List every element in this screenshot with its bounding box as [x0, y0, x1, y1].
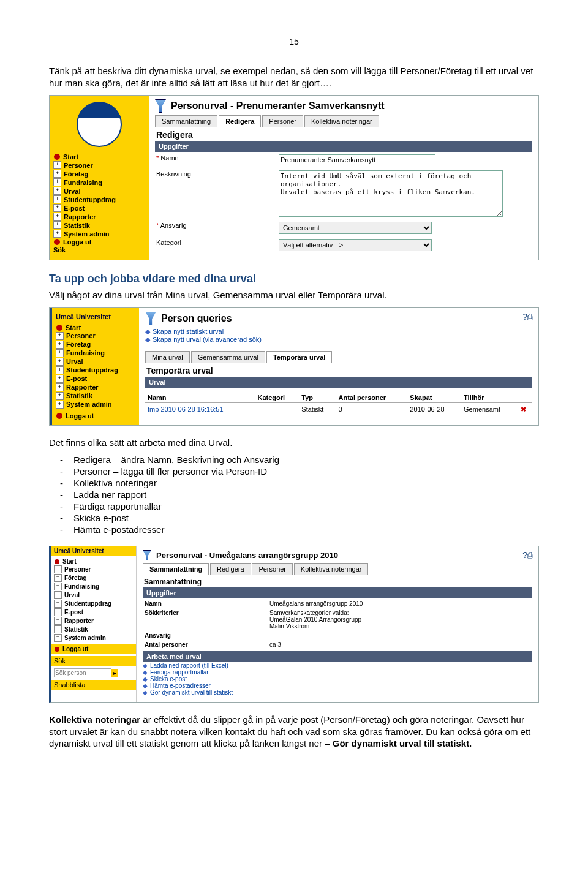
- university-crest-icon: [77, 102, 122, 147]
- work-options-list: Redigera – ändra Namn, Beskrivning och A…: [49, 455, 539, 535]
- label-ansvarig: Ansvarig: [156, 222, 279, 234]
- search-go-icon[interactable]: ▸: [111, 669, 118, 677]
- nav-foretag[interactable]: +Företag: [54, 574, 134, 582]
- page-number: 15: [49, 37, 539, 47]
- section-title: Sammanfattning: [143, 575, 532, 586]
- nav-statistik[interactable]: +Statistik: [56, 392, 135, 400]
- panel-title: Person queries: [161, 313, 232, 324]
- screenshot-sammanfattning: Umeå Universitet Start +Personer +Företa…: [49, 546, 539, 703]
- tab-mina-urval[interactable]: Mina urval: [145, 351, 190, 363]
- col-tillhor: Tillhör: [461, 390, 518, 403]
- input-namn[interactable]: [279, 154, 435, 165]
- nav-fundraising[interactable]: +Fundraising: [53, 178, 145, 186]
- brand-label: Umeå Universitet: [56, 313, 135, 320]
- nav-start[interactable]: Start: [53, 153, 145, 160]
- mid-text: Det finns olika sätt att arbeta med dina…: [49, 437, 539, 449]
- nav-start[interactable]: Start: [56, 324, 135, 331]
- panel-title: Personurval - Prenumeranter Samverkansny…: [171, 100, 385, 111]
- table-row[interactable]: tmp 2010-06-28 16:16:51 Statiskt 0 2010-…: [145, 402, 532, 416]
- label-kategori: Kategori: [156, 239, 279, 251]
- nav-epost[interactable]: +E-post: [53, 204, 145, 212]
- info-header-bar: Uppgifter: [143, 587, 532, 598]
- list-header-bar: Urval: [145, 377, 532, 388]
- nav-logga-ut[interactable]: Logga ut: [51, 644, 136, 654]
- nav-start[interactable]: Start: [54, 558, 134, 565]
- tab-kollektiva[interactable]: Kollektiva noteringar: [294, 563, 369, 575]
- nav-system-admin[interactable]: +System admin: [54, 634, 134, 642]
- nav-logga-ut[interactable]: Logga ut: [53, 238, 145, 246]
- section-title: Redigera: [155, 127, 532, 140]
- label-beskrivning: Beskrivning: [156, 170, 279, 217]
- funnel-icon: [155, 99, 166, 113]
- tab-kollektiva[interactable]: Kollektiva noteringar: [304, 115, 379, 127]
- label-namn: Namn: [156, 154, 279, 165]
- nav-studentuppdrag[interactable]: +Studentuppdrag: [53, 195, 145, 203]
- tab-personer[interactable]: Personer: [262, 115, 303, 127]
- brand-label: Umeå Universitet: [51, 546, 136, 556]
- link-new-advanced[interactable]: Skapa nytt urval (via avancerad sök): [153, 336, 262, 343]
- help-print-icons[interactable]: ?⎙: [522, 550, 532, 560]
- intro-text: Tänk på att beskriva ditt dynamiska urva…: [49, 65, 539, 89]
- heading2-text: Välj något av dina urval från Mina urval…: [49, 289, 539, 301]
- nav-epost[interactable]: +E-post: [56, 375, 135, 383]
- nav-foretag[interactable]: +Företag: [56, 341, 135, 349]
- funnel-icon: [143, 550, 151, 560]
- select-kategori[interactable]: Välj ett alternativ -->: [279, 239, 432, 251]
- screenshot-person-queries: Umeå Universitet Start +Personer +Företa…: [49, 307, 539, 426]
- nav-system-admin[interactable]: +System admin: [53, 230, 145, 238]
- nav-statistik[interactable]: +Statistik: [53, 221, 145, 229]
- sok-label: Sök: [51, 656, 136, 666]
- actions-header-bar: Arbeta med urval: [143, 651, 532, 662]
- tab-sammanfattning[interactable]: Sammanfattning: [155, 115, 217, 127]
- sidebar-nav: Start +Personer +Företag +Fundraising +U…: [53, 153, 145, 254]
- nav-logga-ut[interactable]: Logga ut: [56, 412, 135, 420]
- nav-rapporter[interactable]: +Rapporter: [53, 213, 145, 221]
- funnel-icon: [145, 312, 156, 325]
- link-send-email[interactable]: Skicka e-post: [150, 676, 187, 682]
- nav-system-admin[interactable]: +System admin: [56, 401, 135, 409]
- tab-gemensamma[interactable]: Gemensamma urval: [191, 351, 265, 363]
- link-report-templates[interactable]: Färdiga rapportmallar: [150, 669, 209, 676]
- nav-fundraising[interactable]: +Fundraising: [56, 349, 135, 357]
- tab-redigera[interactable]: Redigera: [219, 115, 261, 127]
- delete-icon[interactable]: ✖: [521, 406, 526, 413]
- footer-text: Kollektiva noteringar är effektivt då du…: [49, 714, 539, 750]
- nav-rapporter[interactable]: +Rapporter: [56, 383, 135, 391]
- nav-personer[interactable]: +Personer: [53, 161, 145, 169]
- screenshot-redigera: Start +Personer +Företag +Fundraising +U…: [49, 95, 539, 260]
- help-print-icons[interactable]: ?⎙: [522, 312, 532, 322]
- tab-personer[interactable]: Personer: [252, 563, 293, 575]
- col-skapat: Skapat: [407, 390, 461, 403]
- link-fetch-emails[interactable]: Hämta e-postadresser: [150, 682, 211, 689]
- link-dynamic-to-static[interactable]: Gör dynamiskt urval till statiskt: [150, 689, 233, 696]
- tab-sammanfattning[interactable]: Sammanfattning: [143, 563, 209, 575]
- select-ansvarig[interactable]: Gemensamt: [279, 222, 432, 234]
- col-kategori: Kategori: [255, 390, 300, 403]
- tab-temporara[interactable]: Temporära urval: [266, 351, 332, 363]
- col-antal: Antal personer: [336, 390, 407, 403]
- nav-studentuppdrag[interactable]: +Studentuppdrag: [54, 600, 134, 608]
- snabblista-label: Snabblista: [51, 680, 136, 690]
- nav-epost[interactable]: +E-post: [54, 608, 134, 616]
- nav-urval[interactable]: +Urval: [54, 591, 134, 599]
- nav-urval[interactable]: +Urval: [53, 187, 145, 195]
- heading-ta-upp: Ta upp och jobba vidare med dina urval: [49, 273, 539, 285]
- tab-redigera[interactable]: Redigera: [210, 563, 251, 575]
- link-new-static[interactable]: Skapa nytt statiskt urval: [153, 328, 224, 335]
- nav-sok[interactable]: Sök: [53, 246, 145, 254]
- nav-statistik[interactable]: +Statistik: [54, 625, 134, 633]
- nav-urval[interactable]: +Urval: [56, 358, 135, 366]
- panel-title: Personurval - Umeågalans arrangörsgrupp …: [156, 551, 338, 560]
- col-typ: Typ: [299, 390, 336, 403]
- section-title: Temporära urval: [145, 363, 532, 375]
- link-download-report[interactable]: Ladda ned rapport (till Excel): [150, 662, 228, 669]
- search-input[interactable]: [54, 668, 111, 677]
- nav-foretag[interactable]: +Företag: [53, 170, 145, 178]
- nav-personer[interactable]: +Personer: [54, 565, 134, 573]
- nav-studentuppdrag[interactable]: +Studentuppdrag: [56, 366, 135, 374]
- nav-fundraising[interactable]: +Fundraising: [54, 583, 134, 590]
- nav-personer[interactable]: +Personer: [56, 332, 135, 340]
- textarea-beskrivning[interactable]: Internt vid UmU såväl som externt i före…: [279, 170, 503, 217]
- nav-rapporter[interactable]: +Rapporter: [54, 617, 134, 625]
- col-namn: Namn: [145, 390, 255, 403]
